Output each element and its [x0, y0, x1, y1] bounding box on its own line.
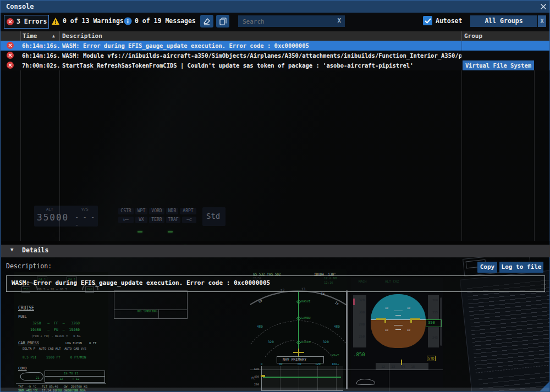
autoset-checkbox[interactable]	[423, 16, 432, 25]
errors-label: 3 Errors	[16, 15, 47, 28]
details-header[interactable]: ▼ Details	[1, 245, 550, 257]
row-description: WASM: Module vfs://inibuilds-aircraft-a3…	[62, 51, 461, 60]
row-time: 6h:14m:16s.	[22, 51, 60, 60]
row-group-badge: Virtual File System	[463, 60, 534, 70]
eraser-icon	[203, 18, 211, 25]
row-time: 7h:00m:02s.	[22, 60, 60, 70]
details-title: Details	[22, 246, 48, 254]
warnings-label: 0 of 13 Warnings	[63, 15, 124, 27]
clear-console-button[interactable]	[200, 15, 213, 27]
errors-filter-button[interactable]: 3 Errors	[4, 15, 49, 29]
warning-icon	[51, 17, 60, 25]
description-label: Description:	[6, 262, 52, 270]
column-divider	[20, 70, 21, 241]
panel-splitter[interactable]	[1, 241, 550, 245]
warnings-filter-button[interactable]: 0 of 13 Warnings	[51, 15, 124, 27]
column-header-description[interactable]: Description	[62, 31, 102, 41]
row-time: 6h:14m:16s.	[22, 41, 60, 51]
search-field[interactable]: X	[238, 15, 345, 27]
error-icon	[7, 42, 14, 49]
column-divider[interactable]	[20, 31, 21, 41]
title-bar[interactable]: Console	[1, 1, 549, 13]
console-window: Console 3 Errors 0 of 13 Warnings	[0, 0, 550, 392]
copy-document-icon	[219, 18, 227, 25]
table-header: Time ▲ Description Group	[1, 31, 549, 41]
column-divider	[534, 70, 535, 241]
groups-clear-button[interactable]: X	[538, 15, 546, 27]
column-divider	[59, 70, 60, 241]
description-box[interactable]: WASM: Error during EFIS_gauge_update exe…	[6, 275, 545, 292]
column-divider[interactable]	[461, 31, 462, 41]
details-panel: ▼ Details Description: Copy Log to file …	[1, 245, 550, 392]
copy-button[interactable]: Copy	[477, 262, 497, 273]
log-to-file-button[interactable]: Log to file	[499, 262, 543, 273]
groups-filter-value: All Groups	[470, 15, 537, 27]
log-row[interactable]: 7h:00m:02s. StartTask_RefreshSasTokenFro…	[1, 60, 549, 70]
groups-filter-dropdown[interactable]: All Groups	[470, 15, 537, 27]
log-row[interactable]: 6h:14m:16s. WASM: Module vfs://inibuilds…	[1, 51, 549, 60]
row-description: WASM: Error during EFIS_gauge_update exe…	[62, 41, 545, 51]
window-bottom-edge[interactable]	[1, 388, 549, 391]
error-icon	[7, 62, 14, 69]
error-icon	[7, 18, 14, 25]
checkmark-icon	[425, 18, 431, 24]
window-title: Console	[6, 1, 34, 13]
sort-ascending-icon[interactable]: ▲	[52, 31, 55, 41]
description-text: WASM: Error during EFIS_gauge_update exe…	[12, 279, 270, 286]
column-divider	[461, 70, 462, 241]
screen: ALT 35000 V/S - - - - CSTR WPT VORD NDB …	[0, 0, 550, 392]
info-icon	[124, 17, 132, 25]
table-empty-area[interactable]	[1, 70, 550, 241]
close-icon[interactable]	[540, 3, 547, 10]
autoset-label: Autoset	[436, 15, 462, 27]
messages-filter-button[interactable]: 0 of 19 Messages	[124, 15, 196, 27]
search-input[interactable]	[241, 15, 332, 28]
messages-label: 0 of 19 Messages	[135, 15, 196, 27]
search-clear-button[interactable]: X	[337, 17, 341, 24]
collapse-triangle-icon[interactable]: ▼	[10, 247, 13, 252]
column-divider	[461, 41, 462, 51]
toolbar: 3 Errors 0 of 13 Warnings 0 of 19 Messag…	[1, 13, 549, 31]
column-header-time[interactable]: Time	[23, 31, 37, 41]
error-icon	[7, 52, 14, 59]
column-divider[interactable]	[59, 31, 60, 41]
log-row-selected[interactable]: 6h:14m:16s. WASM: Error during EFIS_gaug…	[1, 41, 549, 51]
copy-log-button[interactable]	[216, 15, 229, 27]
column-header-group[interactable]: Group	[464, 31, 482, 41]
row-description: StartTask_RefreshSasTokenFromCIDS | Coul…	[62, 60, 461, 70]
